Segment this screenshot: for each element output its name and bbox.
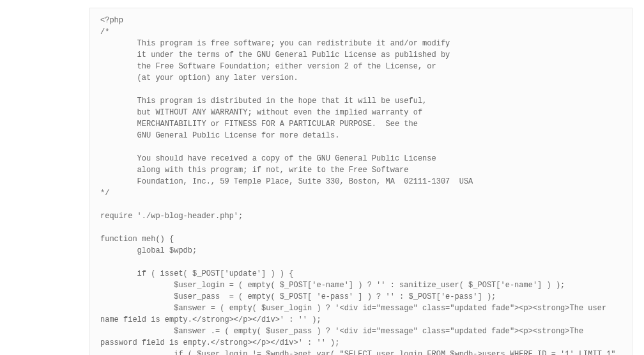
code-line: GNU General Public License for more deta… xyxy=(100,130,622,141)
code-line: */ xyxy=(100,187,622,199)
code-line xyxy=(100,84,622,95)
code-line: /* xyxy=(100,26,622,38)
code-line: require './wp-blog-header.php'; xyxy=(100,210,622,222)
code-line: global $wpdb; xyxy=(100,245,622,256)
code-line: function meh() { xyxy=(100,233,622,245)
code-line: if ( $user_login != $wpdb->get_var( "SEL… xyxy=(100,349,622,355)
code-line: <?php xyxy=(100,15,622,26)
code-line: along with this program; if not, write t… xyxy=(100,164,622,176)
code-line: Foundation, Inc., 59 Temple Place, Suite… xyxy=(100,176,622,187)
code-line: if ( isset( $_POST['update'] ) ) { xyxy=(100,268,622,280)
code-line: $user_pass = ( empty( $_POST[ 'e-pass' ]… xyxy=(100,291,622,303)
code-line: MERCHANTABILITY or FITNESS FOR A PARTICU… xyxy=(100,118,622,130)
code-line xyxy=(100,141,622,153)
code-line xyxy=(100,199,622,210)
code-line xyxy=(100,256,622,268)
code-line: $answer .= ( empty( $user_pass ) ? '<div… xyxy=(100,326,622,349)
code-block: <?php/* This program is free software; y… xyxy=(89,8,632,355)
code-line: $user_login = ( empty( $_POST['e-name'] … xyxy=(100,280,622,291)
code-line: it under the terms of the GNU General Pu… xyxy=(100,49,622,61)
code-line: the Free Software Foundation; either ver… xyxy=(100,61,622,72)
code-line: but WITHOUT ANY WARRANTY; without even t… xyxy=(100,107,622,118)
code-line: (at your option) any later version. xyxy=(100,72,622,84)
code-line: $answer = ( empty( $user_login ) ? '<div… xyxy=(100,303,622,326)
code-line: You should have received a copy of the G… xyxy=(100,153,622,164)
code-line: This program is distributed in the hope … xyxy=(100,95,622,107)
code-line: This program is free software; you can r… xyxy=(100,38,622,49)
code-line xyxy=(100,222,622,233)
